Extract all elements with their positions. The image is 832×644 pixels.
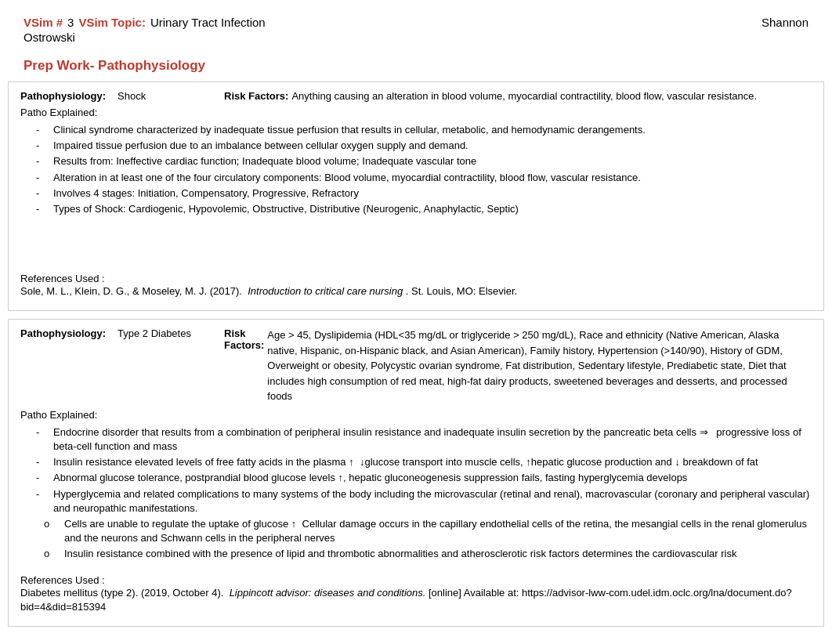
shock-patho-col: Pathophysiology: Shock bbox=[20, 90, 208, 102]
dash-icon: - bbox=[36, 455, 45, 469]
header-line1: VSim # 3 VSim Topic: Urinary Tract Infec… bbox=[24, 16, 808, 29]
bullet-text: Alteration in at least one of the four c… bbox=[53, 171, 641, 185]
list-item: -Hyperglycemia and related complications… bbox=[36, 487, 812, 516]
diabetes-sub-bullet-list: oCells are unable to regulate the uptake… bbox=[44, 517, 812, 562]
bullet-text: Hyperglycemia and related complications … bbox=[53, 487, 812, 516]
diabetes-bullet-list: -Endocrine disorder that results from a … bbox=[36, 425, 812, 516]
list-item: oInsulin resistance combined with the pr… bbox=[44, 547, 812, 561]
shock-patho-label: Pathophysiology: bbox=[20, 90, 114, 102]
student-name: Shannon bbox=[761, 16, 808, 29]
dash-icon: - bbox=[36, 171, 45, 185]
list-item: -Impaired tissue perfusion due to an imb… bbox=[36, 139, 812, 153]
vsim-topic-value: Urinary Tract Infection bbox=[150, 16, 266, 29]
bullet-text: Clinical syndrome characterized by inade… bbox=[53, 123, 646, 137]
diabetes-patho-explained: Patho Explained: bbox=[20, 409, 812, 421]
sub-bullet-text: Insulin resistance combined with the pre… bbox=[64, 547, 736, 561]
bullet-text: Results from: Ineffective cardiac functi… bbox=[53, 154, 476, 168]
dash-icon: - bbox=[36, 154, 45, 168]
list-item: -Endocrine disorder that results from a … bbox=[36, 425, 812, 454]
prep-work-title: Prep Work- Pathophysiology bbox=[0, 52, 832, 81]
student-last-name: Ostrowski bbox=[24, 31, 75, 44]
diabetes-header-row: Pathophysiology: Type 2 Diabetes Risk Fa… bbox=[20, 327, 812, 404]
shock-references: References Used : Sole, M. L., Klein, D.… bbox=[20, 273, 812, 298]
diabetes-risk-label: Risk Factors: bbox=[224, 327, 264, 404]
vsim-topic-label: VSim Topic: bbox=[78, 16, 146, 29]
diabetes-references: References Used : Diabetes mellitus (typ… bbox=[20, 574, 812, 614]
dash-icon: - bbox=[36, 186, 45, 201]
dash-icon: - bbox=[36, 123, 45, 137]
list-item: -Abnormal glucose tolerance, postprandia… bbox=[36, 471, 812, 485]
shock-risk-col: Risk Factors: Anything causing an altera… bbox=[224, 90, 757, 102]
vsim-label: VSim # bbox=[24, 16, 63, 29]
vsim-number: 3 bbox=[67, 16, 74, 29]
circle-icon: o bbox=[44, 547, 56, 561]
section-shock: Pathophysiology: Shock Risk Factors: Any… bbox=[8, 81, 824, 311]
dash-icon: - bbox=[36, 202, 45, 216]
diabetes-references-label: References Used : bbox=[20, 574, 812, 586]
shock-references-text: Sole, M. L., Klein, D. G., & Moseley, M.… bbox=[20, 284, 812, 298]
list-item: -Types of Shock: Cardiogenic, Hypovolemi… bbox=[36, 202, 812, 216]
diabetes-patho-label: Pathophysiology: bbox=[20, 327, 114, 404]
header-line2: Ostrowski bbox=[24, 31, 808, 44]
bullet-text: Impaired tissue perfusion due to an imba… bbox=[53, 139, 468, 153]
list-item: -Clinical syndrome characterized by inad… bbox=[36, 123, 812, 137]
list-item: -Alteration in at least one of the four … bbox=[36, 171, 812, 185]
dash-icon: - bbox=[36, 425, 45, 454]
bullet-text: Insulin resistance elevated levels of fr… bbox=[53, 455, 758, 469]
dash-icon: - bbox=[36, 139, 45, 153]
diabetes-risk-col: Risk Factors: Age > 45, Dyslipidemia (HD… bbox=[224, 327, 812, 404]
shock-references-label: References Used : bbox=[20, 273, 812, 284]
list-item: -Involves 4 stages: Initiation, Compensa… bbox=[36, 186, 812, 201]
dash-icon: - bbox=[36, 487, 45, 516]
diabetes-risk-value: Age > 45, Dyslipidemia (HDL<35 mg/dL or … bbox=[267, 327, 812, 404]
bullet-text: Endocrine disorder that results from a c… bbox=[53, 425, 812, 454]
shock-risk-label: Risk Factors: bbox=[224, 90, 288, 102]
dash-icon: - bbox=[36, 471, 45, 485]
shock-patho-explained: Patho Explained: bbox=[20, 107, 812, 118]
shock-patho-value: Shock bbox=[118, 90, 146, 102]
shock-header-row: Pathophysiology: Shock Risk Factors: Any… bbox=[20, 90, 812, 102]
section-diabetes: Pathophysiology: Type 2 Diabetes Risk Fa… bbox=[8, 319, 824, 627]
diabetes-patho-col: Pathophysiology: Type 2 Diabetes bbox=[20, 327, 208, 404]
shock-bullet-list: -Clinical syndrome characterized by inad… bbox=[36, 123, 812, 216]
list-item: oCells are unable to regulate the uptake… bbox=[44, 517, 812, 545]
list-item: -Results from: Ineffective cardiac funct… bbox=[36, 154, 812, 168]
diabetes-patho-value: Type 2 Diabetes bbox=[118, 327, 191, 404]
shock-risk-value: Anything causing an alteration in blood … bbox=[291, 90, 757, 102]
sub-bullet-text: Cells are unable to regulate the uptake … bbox=[64, 517, 812, 545]
list-item: -Insulin resistance elevated levels of f… bbox=[36, 455, 812, 469]
circle-icon: o bbox=[44, 517, 56, 545]
diabetes-references-text: Diabetes mellitus (type 2). (2019, Octob… bbox=[20, 586, 812, 614]
bullet-text: Types of Shock: Cardiogenic, Hypovolemic… bbox=[53, 202, 519, 216]
bullet-text: Abnormal glucose tolerance, postprandial… bbox=[53, 471, 687, 485]
header: VSim # 3 VSim Topic: Urinary Tract Infec… bbox=[0, 0, 832, 52]
bullet-text: Involves 4 stages: Initiation, Compensat… bbox=[53, 186, 359, 201]
